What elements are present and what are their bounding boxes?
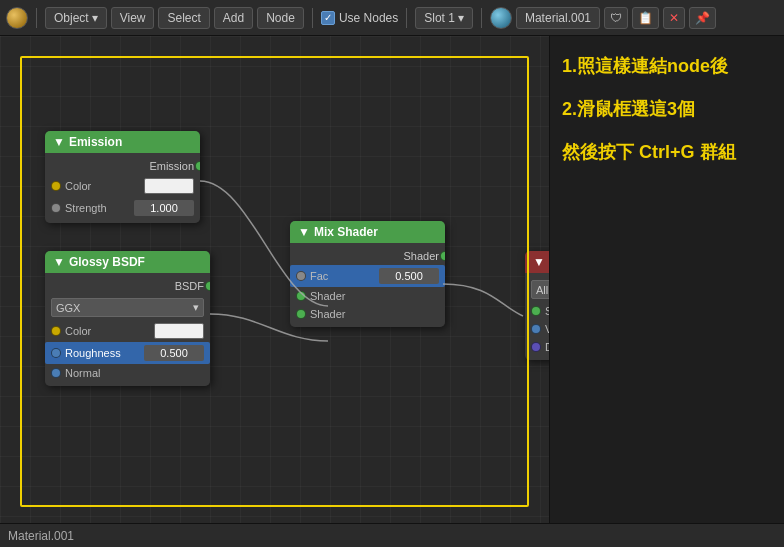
glossy-color-row: Color (45, 320, 210, 342)
instruction-panel: 1.照這樣連結node後 2.滑鼠框選這3個 然後按下 Ctrl+G 群組 (549, 36, 784, 547)
emission-header: ▼ Emission (45, 131, 200, 153)
output-surface-label: Surface (545, 305, 549, 317)
output-all-row: All ▾ (525, 277, 549, 302)
material-name-label: Material.001 (525, 11, 591, 25)
sep3 (406, 8, 407, 28)
glossy-output-socket[interactable] (205, 281, 210, 291)
glossy-roughness-input[interactable] (144, 345, 204, 361)
output-all-dropdown[interactable]: All ▾ (531, 280, 549, 299)
add-menu[interactable]: Add (214, 7, 253, 29)
emission-strength-row: Strength (45, 197, 200, 219)
mix-shader1-socket[interactable] (296, 291, 306, 301)
mix-shader2-label: Shader (310, 308, 439, 320)
emission-color-swatch[interactable] (144, 178, 194, 194)
mix-shader-node[interactable]: ▼ Mix Shader Shader Fac Shader (290, 221, 445, 327)
output-displacement-socket[interactable] (531, 342, 541, 352)
mix-shader1-label: Shader (310, 290, 439, 302)
emission-title: Emission (69, 135, 122, 149)
object-label: Object (54, 11, 89, 25)
glossy-node[interactable]: ▼ Glossy BSDF BSDF GGX ▾ (45, 251, 210, 386)
glossy-color-socket[interactable] (51, 326, 61, 336)
mix-shader1-row: Shader (290, 287, 445, 305)
use-nodes-label: Use Nodes (339, 11, 398, 25)
use-nodes-toggle[interactable]: ✓ Use Nodes (321, 11, 398, 25)
blender-icon[interactable] (6, 7, 28, 29)
emission-output-label: Emission (149, 160, 194, 172)
glossy-roughness-socket[interactable] (51, 348, 61, 358)
material-name[interactable]: Material.001 (516, 7, 600, 29)
glossy-ggx-dropdown[interactable]: GGX ▾ (51, 298, 204, 317)
emission-strength-label: Strength (65, 202, 130, 214)
glossy-roughness-label: Roughness (65, 347, 140, 359)
material-icon[interactable] (490, 7, 512, 29)
statusbar: Material.001 (0, 523, 784, 547)
output-displacement-label: Displacement (545, 341, 549, 353)
glossy-body: BSDF GGX ▾ Color (45, 273, 210, 386)
glossy-title: Glossy BSDF (69, 255, 145, 269)
glossy-collapse[interactable]: ▼ (53, 255, 65, 269)
mix-output-socket[interactable] (440, 251, 445, 261)
instruction-line1: 1.照這樣連結node後 (562, 52, 772, 81)
node-editor[interactable]: ▼ Emission Emission Color Streng (0, 36, 549, 547)
output-all-label: All (536, 284, 548, 296)
output-body: All ▾ Surface Volume Displacement (525, 273, 549, 360)
slot-dropdown[interactable]: Slot 1 ▾ (415, 7, 473, 29)
use-nodes-checkbox[interactable]: ✓ (321, 11, 335, 25)
output-header: ▼ Material Output (525, 251, 549, 273)
view-label: View (120, 11, 146, 25)
emission-body: Emission Color Strength (45, 153, 200, 223)
mix-fac-input[interactable] (379, 268, 439, 284)
glossy-output-label: BSDF (175, 280, 204, 292)
slot-arrow: ▾ (458, 11, 464, 25)
emission-output-row: Emission (45, 157, 200, 175)
output-surface-row: Surface (525, 302, 549, 320)
pin-button[interactable]: 📌 (689, 7, 716, 29)
node-menu[interactable]: Node (257, 7, 304, 29)
object-menu[interactable]: Object ▾ (45, 7, 107, 29)
emission-strength-socket[interactable] (51, 203, 61, 213)
mix-collapse[interactable]: ▼ (298, 225, 310, 239)
toolbar: Object ▾ View Select Add Node ✓ Use Node… (0, 0, 784, 36)
add-label: Add (223, 11, 244, 25)
mix-output-label: Shader (404, 250, 439, 262)
output-surface-socket[interactable] (531, 306, 541, 316)
emission-node[interactable]: ▼ Emission Emission Color Streng (45, 131, 200, 223)
output-volume-row: Volume (525, 320, 549, 338)
emission-strength-input[interactable] (134, 200, 194, 216)
mix-shader2-socket[interactable] (296, 309, 306, 319)
sep4 (481, 8, 482, 28)
copy-button[interactable]: 📋 (632, 7, 659, 29)
protect-button[interactable]: 🛡 (604, 7, 628, 29)
output-volume-label: Volume (545, 323, 549, 335)
output-collapse[interactable]: ▼ (533, 255, 545, 269)
glossy-normal-label: Normal (65, 367, 204, 379)
object-arrow: ▾ (92, 11, 98, 25)
glossy-normal-row: Normal (45, 364, 210, 382)
mix-body: Shader Fac Shader Shader (290, 243, 445, 327)
mix-shader2-row: Shader (290, 305, 445, 323)
emission-collapse[interactable]: ▼ (53, 135, 65, 149)
mix-fac-socket[interactable] (296, 271, 306, 281)
glossy-ggx-label: GGX (56, 302, 80, 314)
emission-output-socket[interactable] (195, 161, 200, 171)
delete-button[interactable]: ✕ (663, 7, 685, 29)
emission-color-socket[interactable] (51, 181, 61, 191)
glossy-header: ▼ Glossy BSDF (45, 251, 210, 273)
mix-header: ▼ Mix Shader (290, 221, 445, 243)
glossy-output-row: BSDF (45, 277, 210, 295)
mix-title: Mix Shader (314, 225, 378, 239)
glossy-color-label: Color (65, 325, 150, 337)
select-menu[interactable]: Select (158, 7, 209, 29)
mix-output-row: Shader (290, 247, 445, 265)
glossy-roughness-row: Roughness (45, 342, 210, 364)
instruction-line3: 然後按下 Ctrl+G 群組 (562, 138, 772, 167)
mix-fac-label: Fac (310, 270, 375, 282)
emission-color-row: Color (45, 175, 200, 197)
output-volume-socket[interactable] (531, 324, 541, 334)
glossy-normal-socket[interactable] (51, 368, 61, 378)
view-menu[interactable]: View (111, 7, 155, 29)
material-output-node[interactable]: ▼ Material Output All ▾ Surface (525, 251, 549, 360)
select-label: Select (167, 11, 200, 25)
glossy-color-swatch[interactable] (154, 323, 204, 339)
emission-color-label: Color (65, 180, 140, 192)
